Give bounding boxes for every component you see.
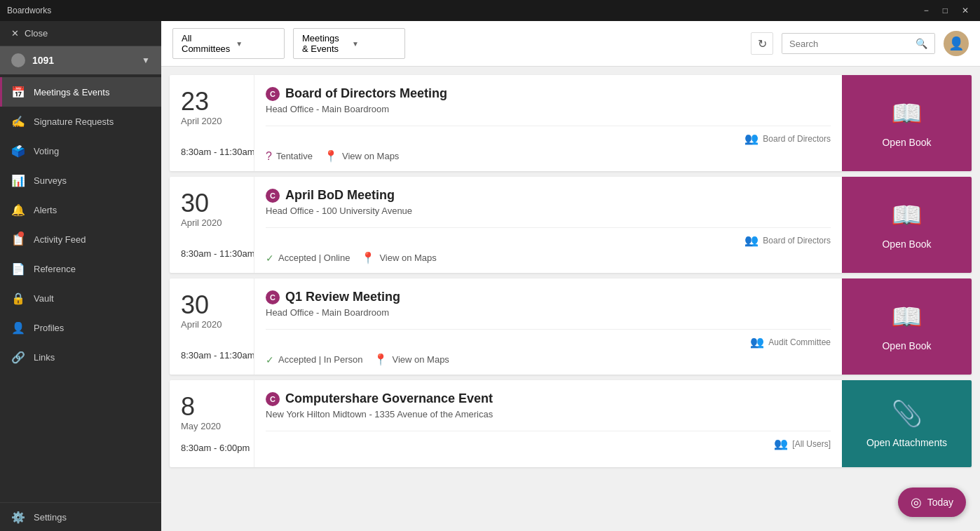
user-info: 1091	[11, 53, 54, 67]
map-label: View on Maps	[379, 253, 436, 263]
sidebar-item-reference[interactable]: 📄 Reference	[0, 254, 161, 283]
map-icon: 📍	[361, 251, 375, 264]
today-label: Today	[927, 497, 953, 508]
user-avatar[interactable]: 👤	[944, 31, 969, 56]
event-card: 30 April 2020 8:30am - 11:30am C Q1 Revi…	[170, 278, 972, 375]
sidebar-item-alerts[interactable]: 🔔 Alerts	[0, 195, 161, 224]
sidebar-item-activity[interactable]: 📋 Activity Feed	[0, 224, 161, 254]
event-month-year: April 2020	[181, 116, 222, 126]
title-bar: Boardworks − □ ✕	[0, 0, 980, 21]
user-menu[interactable]: 1091 ▼	[0, 46, 161, 74]
event-date: 23 April 2020 8:30am - 11:30am	[170, 75, 254, 171]
map-link[interactable]: 📍 View on Maps	[361, 251, 436, 264]
event-title-row: C Q1 Review Meeting	[266, 290, 831, 304]
event-divider	[266, 329, 831, 330]
event-title-row: C Board of Directors Meeting	[266, 86, 831, 101]
sidebar-label-vault: Vault	[34, 293, 54, 304]
committee-icon: 👥	[744, 234, 758, 247]
user-chevron-icon: ▼	[142, 55, 150, 65]
today-button[interactable]: ◎ Today	[898, 488, 966, 517]
events-list: 23 April 2020 8:30am - 11:30am C Board o…	[161, 67, 980, 531]
event-divider	[266, 227, 831, 228]
tentative-icon: ?	[266, 150, 272, 163]
status-label: Accepted | Online	[278, 253, 350, 263]
search-button[interactable]: 🔍	[908, 34, 934, 53]
org-logo: C	[266, 290, 280, 304]
event-status: ✓ Accepted | In Person	[266, 354, 362, 365]
search-input[interactable]	[782, 34, 908, 53]
links-icon: 🔗	[11, 350, 25, 364]
event-divider	[266, 126, 831, 126]
committee-icon: 👥	[750, 335, 764, 349]
sidebar-item-voting[interactable]: 🗳️ Voting	[0, 136, 161, 166]
org-logo: C	[266, 392, 280, 406]
sidebar-item-links[interactable]: 🔗 Links	[0, 342, 161, 372]
event-action-button[interactable]: 📎 Open Attachments	[842, 380, 972, 467]
event-committee: Audit Committee	[768, 337, 831, 347]
close-window-button[interactable]: ✕	[958, 4, 973, 17]
sidebar-item-meetings[interactable]: 📅 Meetings & Events	[0, 77, 161, 107]
action-icon: 📖	[891, 201, 923, 230]
settings-label: Settings	[34, 512, 67, 523]
today-icon: ◎	[911, 495, 922, 510]
event-committee-row: 👥 Board of Directors	[266, 132, 831, 145]
settings-nav-item[interactable]: ⚙️ Settings	[0, 502, 161, 531]
action-icon: 📖	[891, 302, 923, 332]
close-icon: ✕	[11, 28, 19, 39]
reference-icon: 📄	[11, 262, 25, 276]
type-filter[interactable]: Meetings & Events ▼	[293, 28, 405, 59]
map-icon: 📍	[374, 353, 388, 366]
action-label: Open Attachments	[866, 437, 947, 448]
event-action-button[interactable]: 📖 Open Book	[842, 177, 972, 273]
event-committee-row: 👥 Audit Committee	[266, 335, 831, 349]
committee-icon: 👥	[744, 132, 758, 145]
event-body: C Board of Directors Meeting Head Office…	[254, 75, 842, 171]
sidebar-close-button[interactable]: ✕ Close	[0, 21, 161, 46]
action-label: Open Book	[882, 238, 931, 250]
sidebar-item-signature[interactable]: ✍️ Signature Requests	[0, 107, 161, 136]
event-status-row: ✓ Accepted | Online 📍 View on Maps	[266, 251, 831, 264]
committee-filter-value: All Committees	[182, 33, 230, 54]
org-logo: C	[266, 87, 280, 101]
event-status-row: ? Tentative 📍 View on Maps	[266, 149, 831, 163]
event-body: C Q1 Review Meeting Head Office - Main B…	[254, 278, 842, 375]
event-title: Computershare Governance Event	[285, 391, 493, 406]
event-committee-row: 👥 Board of Directors	[266, 234, 831, 247]
org-logo: C	[266, 189, 280, 203]
meetings-icon: 📅	[11, 85, 25, 99]
type-chevron-icon: ▼	[352, 40, 396, 48]
signature-icon: ✍️	[11, 114, 25, 128]
event-date: 30 April 2020 8:30am - 11:30am	[170, 278, 254, 375]
event-time: 8:30am - 11:30am	[181, 135, 255, 157]
map-link[interactable]: 📍 View on Maps	[324, 149, 399, 163]
event-committee: Board of Directors	[763, 134, 831, 144]
maximize-button[interactable]: □	[939, 4, 952, 17]
map-link[interactable]: 📍 View on Maps	[374, 353, 449, 366]
window-controls: − □ ✕	[920, 4, 973, 17]
event-title: April BoD Meeting	[285, 188, 395, 203]
event-action-button[interactable]: 📖 Open Book	[842, 278, 972, 375]
event-card: 8 May 2020 8:30am - 6:00pm C Computersha…	[170, 380, 972, 467]
sidebar-item-surveys[interactable]: 📊 Surveys	[0, 166, 161, 195]
profiles-icon: 👤	[11, 321, 25, 335]
event-day-number: 8	[181, 394, 195, 419]
map-label: View on Maps	[392, 354, 449, 365]
sidebar-label-profiles: Profiles	[34, 323, 64, 333]
action-label: Open Book	[882, 340, 931, 351]
committee-filter[interactable]: All Committees ▼	[172, 28, 285, 59]
event-card: 30 April 2020 8:30am - 11:30am C April B…	[170, 177, 972, 273]
accepted-icon: ✓	[266, 253, 274, 264]
status-label: Tentative	[276, 151, 313, 161]
user-id: 1091	[32, 55, 54, 66]
sidebar-item-profiles[interactable]: 👤 Profiles	[0, 313, 161, 342]
event-action-button[interactable]: 📖 Open Book	[842, 75, 972, 171]
event-time: 8:30am - 6:00pm	[181, 431, 250, 453]
minimize-button[interactable]: −	[920, 4, 933, 17]
refresh-button[interactable]: ↻	[751, 32, 773, 55]
event-month-year: May 2020	[181, 421, 221, 431]
app-title: Boardworks	[7, 6, 51, 15]
sidebar-item-vault[interactable]: 🔒 Vault	[0, 283, 161, 313]
badge-activity	[18, 231, 24, 237]
event-status: ✓ Accepted | Online	[266, 253, 350, 264]
event-time: 8:30am - 11:30am	[181, 237, 255, 259]
